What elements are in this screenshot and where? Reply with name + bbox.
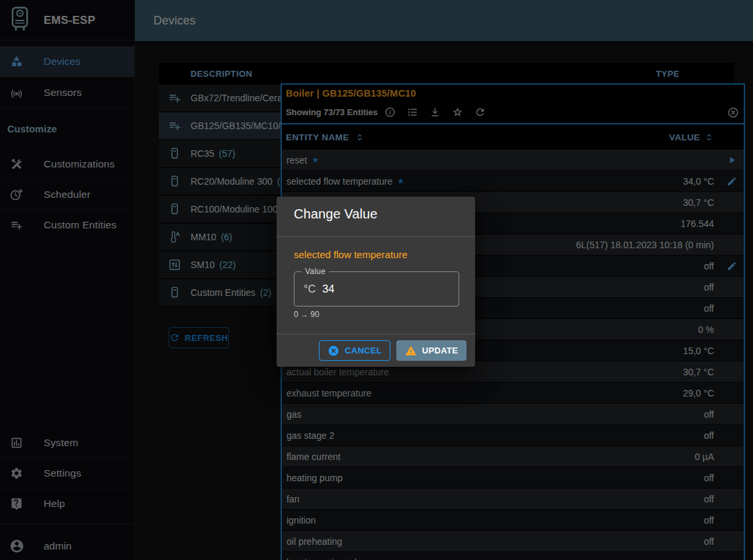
value-field[interactable]: Value °C 34 — [294, 271, 459, 306]
dialog-entity-label: selected flow temperature — [294, 249, 408, 260]
change-value-dialog: Change Value selected flow temperature V… — [277, 197, 475, 367]
value-input[interactable]: 34 — [322, 283, 334, 295]
cancel-button[interactable]: CANCEL — [319, 340, 390, 361]
dialog-divider-bottom — [277, 334, 475, 334]
value-range-helper: 0 → 90 — [294, 310, 320, 319]
value-unit: °C — [304, 283, 316, 295]
update-button[interactable]: UPDATE — [396, 340, 466, 361]
warning-icon — [405, 345, 417, 357]
dialog-divider-top — [277, 236, 475, 237]
dialog-title: Change Value — [294, 207, 377, 222]
cancel-icon — [328, 345, 339, 357]
